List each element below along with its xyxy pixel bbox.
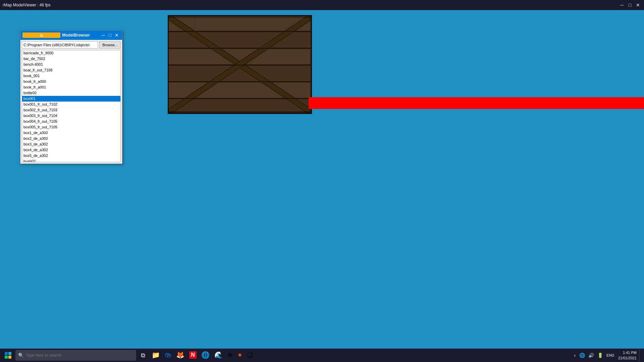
search-input[interactable]	[26, 353, 133, 358]
model-list[interactable]: barricade_fr_9000bar_de_7502bench-6001bo…	[22, 50, 121, 162]
list-item[interactable]: barricade_fr_9000	[22, 50, 120, 56]
battery-icon[interactable]: 🔋	[596, 352, 604, 359]
list-item[interactable]: bush02	[22, 159, 120, 162]
list-item[interactable]: bench-6001	[22, 62, 120, 67]
file-explorer-icon: 📁	[152, 351, 160, 359]
list-item[interactable]: box1_de_a302	[22, 130, 120, 136]
minimize-button[interactable]: ─	[619, 2, 625, 8]
list-item[interactable]: bar_de_7502	[22, 56, 120, 62]
path-input[interactable]	[22, 41, 98, 49]
svg-rect-23	[168, 15, 312, 18]
list-item[interactable]: box3_de_a302	[22, 141, 120, 147]
start-button[interactable]	[1, 349, 15, 362]
netflix-icon: N	[189, 351, 197, 359]
list-item[interactable]: book_fr_a000	[22, 79, 120, 84]
firefox-icon: 🦊	[176, 351, 184, 359]
clock[interactable]: 1:41 PM 21/01/2021	[617, 349, 638, 362]
taskbar: 🔍 ⧉ 📁 🛍 🦊 N 🌐 🌊 ⊕ ★ ❑ ∧ 🌐 🔊 🔋 ENG 1:41 P…	[0, 349, 644, 362]
model-browser-dialog: 🗂 ModelBrowser ─ □ ✕ Browse... barricade…	[20, 30, 122, 164]
browse-button[interactable]: Browse...	[99, 41, 121, 49]
list-item[interactable]: book_001	[22, 73, 120, 79]
list-item[interactable]: boat_fr_out_7108	[22, 67, 120, 73]
app7-button[interactable]: ⊕	[225, 349, 234, 361]
app7-icon: ⊕	[227, 351, 232, 359]
store-icon: 🛍	[165, 351, 171, 359]
show-desktop-button[interactable]	[639, 349, 641, 361]
viewport: 🗂 ModelBrowser ─ □ ✕ Browse... barricade…	[0, 10, 644, 349]
window-controls: ─ □ ✕	[619, 2, 641, 8]
date-display: 21/01/2021	[618, 355, 637, 361]
store-button[interactable]: 🛍	[163, 349, 173, 361]
file-explorer-button[interactable]: 📁	[150, 349, 162, 361]
app8-button[interactable]: ★	[235, 349, 245, 361]
list-item[interactable]: box005_fr_out_7105	[22, 124, 120, 130]
list-item[interactable]: book_fr_a001	[22, 84, 120, 90]
app9-icon: ❑	[247, 351, 253, 359]
search-area[interactable]: 🔍	[15, 350, 136, 361]
taskbar-right: ∧ 🌐 🔊 🔋 ENG 1:41 PM 21/01/2021	[573, 349, 643, 362]
dialog-title-bar: 🗂 ModelBrowser ─ □ ✕	[20, 31, 122, 40]
dialog-toolbar: Browse...	[20, 40, 122, 50]
chrome-icon: 🌐	[201, 351, 210, 359]
volume-icon[interactable]: 🔊	[587, 352, 595, 359]
app8-icon: ★	[237, 351, 243, 359]
list-item[interactable]: box002_fr_out_7103	[22, 107, 120, 113]
app9-button[interactable]: ❑	[245, 349, 255, 361]
firefox-button[interactable]: 🦊	[174, 349, 186, 361]
dialog-title: ModelBrowser	[62, 33, 100, 38]
search-icon: 🔍	[18, 353, 24, 358]
chevron-icon[interactable]: ∧	[573, 353, 577, 358]
window-title: rMap ModelViewer : 46 fps	[3, 3, 619, 7]
close-button[interactable]: ✕	[635, 2, 641, 8]
list-item[interactable]: box003_fr_out_7104	[22, 113, 120, 119]
list-item[interactable]: box001_fr_out_7102	[22, 102, 120, 107]
svg-rect-24	[168, 111, 312, 114]
language-indicator[interactable]: ENG	[605, 353, 615, 358]
list-item[interactable]: box2_de_a302	[22, 136, 120, 141]
crate-svg	[168, 15, 312, 114]
network-icon[interactable]: 🌐	[578, 352, 586, 359]
list-item[interactable]: box001	[22, 96, 120, 102]
list-item[interactable]: box4_de_a302	[22, 147, 120, 153]
list-item[interactable]: box004_fr_out_7105	[22, 119, 120, 124]
netflix-button[interactable]: N	[187, 349, 199, 361]
dialog-icon: 🗂	[22, 33, 60, 38]
dialog-close-button[interactable]: ✕	[113, 32, 120, 39]
model-viewport	[168, 15, 312, 114]
list-item[interactable]: bottle02	[22, 90, 120, 96]
chrome-button[interactable]: 🌐	[199, 349, 212, 361]
task-view-button[interactable]: ⧉	[137, 349, 149, 361]
list-item[interactable]: box5_de_a302	[22, 153, 120, 159]
edge-icon: 🌊	[214, 351, 223, 359]
edge-button[interactable]: 🌊	[212, 349, 225, 361]
maximize-button[interactable]: □	[627, 2, 633, 8]
red-bar	[309, 97, 644, 109]
dialog-minimize-button[interactable]: ─	[100, 32, 107, 39]
time-display: 1:41 PM	[618, 350, 637, 356]
dialog-maximize-button[interactable]: □	[107, 32, 113, 39]
start-icon	[5, 352, 11, 359]
title-bar: rMap ModelViewer : 46 fps ─ □ ✕	[0, 0, 644, 10]
